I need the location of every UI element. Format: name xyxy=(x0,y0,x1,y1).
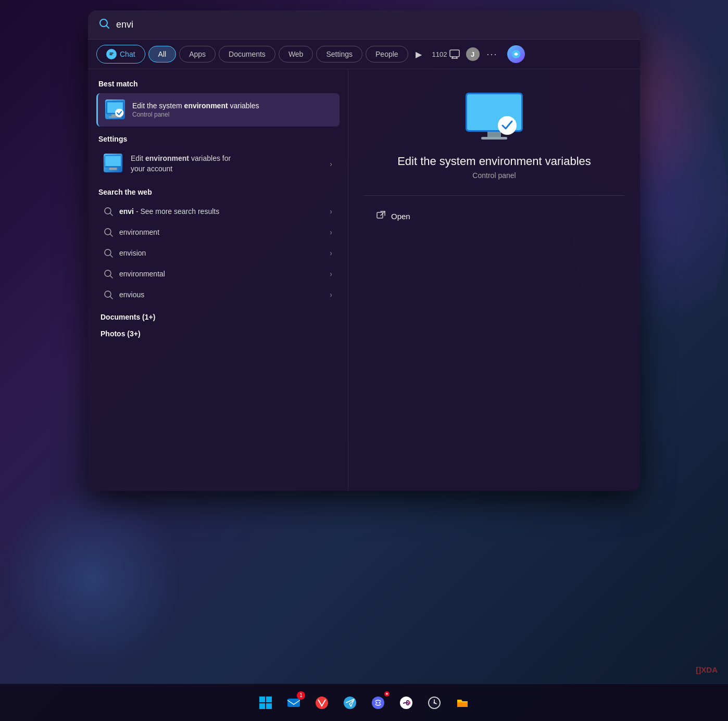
svg-rect-32 xyxy=(259,697,265,702)
web-search-item-environment[interactable]: environment › xyxy=(96,222,340,242)
tab-documents-label: Documents xyxy=(229,50,266,58)
photos-label: Photos (3+) xyxy=(98,330,340,338)
play-button[interactable]: ▶ xyxy=(411,47,426,61)
svg-point-16 xyxy=(105,208,111,214)
svg-point-30 xyxy=(498,116,517,135)
web-search-icon-2 xyxy=(104,227,113,237)
right-panel: Edit the system environment variables Co… xyxy=(348,69,640,491)
more-options-button[interactable]: ··· xyxy=(483,47,502,62)
taskbar-files[interactable] xyxy=(450,690,475,715)
content-area: Best match xyxy=(88,69,640,491)
right-panel-icon xyxy=(463,90,525,144)
svg-line-23 xyxy=(110,276,112,278)
filter-tabs: Chat All Apps Documents Web Settings Peo… xyxy=(88,40,640,69)
tab-settings-label: Settings xyxy=(326,50,353,58)
web-search-item-envision[interactable]: envision › xyxy=(96,243,340,263)
chevron-right-icon-3: › xyxy=(330,228,332,236)
taskbar-discord[interactable]: ● xyxy=(366,690,391,715)
tab-people-label: People xyxy=(375,50,398,58)
svg-line-25 xyxy=(110,297,112,299)
svg-rect-36 xyxy=(287,699,300,707)
user-avatar[interactable]: J xyxy=(466,47,480,61)
taskbar-mail[interactable]: 1 xyxy=(281,690,306,715)
chevron-right-icon: › xyxy=(330,160,332,168)
photos-section: Photos (3+) xyxy=(96,330,340,338)
search-window: Chat All Apps Documents Web Settings Peo… xyxy=(88,10,640,491)
time-display: 1102 xyxy=(429,47,463,61)
svg-rect-33 xyxy=(266,697,272,702)
best-match-subtitle: Control panel xyxy=(132,111,259,118)
mail-badge: 1 xyxy=(297,691,305,700)
taskbar-clock[interactable] xyxy=(422,690,447,715)
web-search-icon-5 xyxy=(104,290,113,299)
svg-point-39 xyxy=(372,697,384,709)
open-button[interactable]: Open xyxy=(369,206,418,226)
web-search-item-environmental[interactable]: environmental › xyxy=(96,264,340,284)
taskbar-vivaldi[interactable] xyxy=(309,690,334,715)
tab-apps[interactable]: Apps xyxy=(179,46,216,62)
svg-point-47 xyxy=(434,702,435,703)
chat-icon xyxy=(106,49,117,59)
tab-chat[interactable]: Chat xyxy=(96,45,145,64)
search-icon xyxy=(98,18,110,32)
svg-rect-3 xyxy=(450,50,459,57)
web-search-item-envi[interactable]: envi - See more search results › xyxy=(96,201,340,221)
right-panel-divider xyxy=(364,195,624,196)
start-button[interactable] xyxy=(253,690,278,715)
control-panel-icon xyxy=(105,99,126,120)
svg-point-38 xyxy=(344,697,356,709)
documents-section: Documents (1+) xyxy=(96,313,340,321)
svg-rect-15 xyxy=(109,168,117,170)
settings-item-text: Edit environment variables foryour accou… xyxy=(131,154,330,174)
chevron-right-icon-4: › xyxy=(330,249,332,257)
taskbar-slack[interactable] xyxy=(394,690,419,715)
svg-point-18 xyxy=(105,229,111,235)
taskbar: 1 ● xyxy=(0,684,728,721)
discord-badge: ● xyxy=(384,691,390,697)
web-search-icon-4 xyxy=(104,269,113,279)
svg-point-20 xyxy=(105,249,111,256)
chevron-right-icon-5: › xyxy=(330,270,332,278)
svg-point-37 xyxy=(316,697,328,709)
search-bar xyxy=(88,10,640,40)
web-item-text-2: environment xyxy=(119,228,330,236)
settings-item-env-account[interactable]: Edit environment variables foryour accou… xyxy=(96,148,340,180)
open-label: Open xyxy=(391,212,410,221)
tab-web[interactable]: Web xyxy=(279,46,313,62)
svg-point-12 xyxy=(115,109,123,117)
taskbar-telegram[interactable] xyxy=(337,690,362,715)
tab-apps-label: Apps xyxy=(189,50,206,58)
web-item-text-4: environmental xyxy=(119,270,330,278)
svg-point-24 xyxy=(105,291,111,297)
open-external-icon xyxy=(376,210,386,222)
tab-people[interactable]: People xyxy=(366,46,408,62)
web-item-text-3: envision xyxy=(119,249,330,257)
svg-rect-31 xyxy=(377,212,383,218)
svg-point-2 xyxy=(108,51,115,57)
svg-line-19 xyxy=(110,234,112,236)
search-input[interactable] xyxy=(116,19,630,30)
copilot-button[interactable] xyxy=(507,45,525,63)
tab-web-label: Web xyxy=(288,50,304,58)
right-panel-title: Edit the system environment variables xyxy=(397,155,591,168)
xda-watermark: []XDA xyxy=(696,665,718,674)
tab-all-label: All xyxy=(158,50,167,58)
svg-point-41 xyxy=(379,702,381,703)
web-search-label: Search the web xyxy=(96,188,340,196)
chevron-right-icon-2: › xyxy=(330,207,332,216)
best-match-item[interactable]: Edit the system environment variables Co… xyxy=(96,93,340,127)
best-match-title: Edit the system environment variables xyxy=(132,102,259,110)
tab-documents[interactable]: Documents xyxy=(219,46,275,62)
documents-label: Documents (1+) xyxy=(98,313,340,321)
tab-settings[interactable]: Settings xyxy=(316,46,362,62)
svg-rect-29 xyxy=(481,137,507,140)
right-panel-subtitle: Control panel xyxy=(472,171,516,180)
svg-line-1 xyxy=(106,26,109,28)
web-search-item-envious[interactable]: envious › xyxy=(96,285,340,305)
web-search-icon-3 xyxy=(104,248,113,258)
svg-line-17 xyxy=(110,213,112,216)
tab-chat-label: Chat xyxy=(120,50,135,58)
svg-point-40 xyxy=(376,702,378,703)
svg-rect-35 xyxy=(266,703,272,709)
tab-all[interactable]: All xyxy=(148,46,177,62)
